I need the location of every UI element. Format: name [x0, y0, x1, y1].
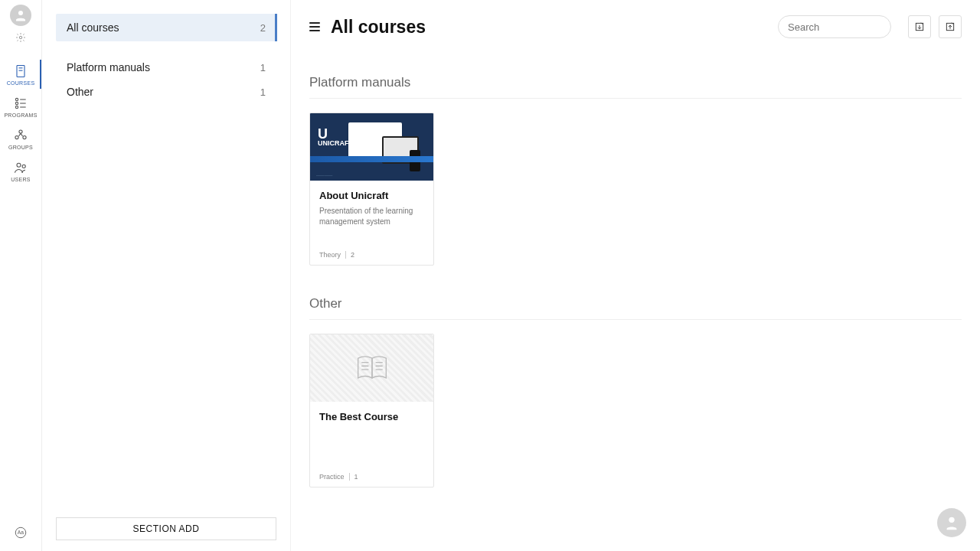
search-input[interactable] [788, 21, 916, 33]
export-icon [944, 21, 956, 33]
nav-programs-label: PROGRAMS [4, 112, 37, 118]
nav-groups[interactable]: GROUPS [0, 122, 41, 155]
nav-courses-label: COURSES [7, 80, 35, 86]
category-platform-manuals[interactable]: Platform manuals 1 [56, 55, 276, 80]
export-button[interactable] [939, 15, 962, 38]
category-label: All courses [67, 21, 119, 34]
category-count: 1 [260, 62, 266, 73]
nav-courses[interactable]: COURSES [0, 58, 41, 90]
course-title: The Best Course [319, 411, 424, 422]
svg-text:Aa: Aa [18, 530, 24, 535]
nav-users-label: USERS [11, 177, 31, 182]
book-icon [13, 64, 28, 79]
svg-point-12 [15, 135, 18, 139]
course-meta-count: 2 [345, 251, 354, 259]
svg-point-14 [17, 163, 21, 167]
section-title-platform-manuals: Platform manuals [309, 75, 962, 99]
category-count: 1 [260, 86, 266, 98]
list-icon [13, 96, 28, 111]
course-thumbnail [310, 334, 433, 402]
avatar[interactable] [10, 5, 31, 26]
category-sidebar: All courses 2 Platform manuals 1 Other 1… [42, 0, 291, 551]
page-title: All courses [331, 17, 426, 37]
nav-users[interactable]: USERS [0, 155, 41, 187]
course-card-the-best-course[interactable]: The Best Course Practice 1 [309, 334, 434, 487]
svg-rect-2 [17, 65, 24, 77]
nav-groups-label: GROUPS [8, 145, 33, 150]
import-icon [913, 21, 926, 33]
import-button[interactable] [908, 15, 931, 38]
course-meta-label: Theory [319, 251, 341, 259]
svg-point-13 [23, 135, 26, 139]
category-label: Other [67, 86, 93, 98]
help-bubble[interactable] [937, 508, 966, 537]
course-card-about-unicraft[interactable]: UUNICRAFT ────── About Unicraft Presenta… [309, 112, 434, 266]
svg-point-0 [18, 11, 23, 15]
open-book-icon [355, 354, 389, 383]
course-meta-label: Practice [319, 473, 345, 481]
category-other[interactable]: Other 1 [56, 80, 276, 104]
course-description: Presentation of the learning management … [319, 206, 424, 227]
language-icon[interactable]: Aa [13, 525, 28, 540]
category-count: 2 [260, 22, 266, 34]
section-add-button[interactable]: SECTION ADD [56, 517, 276, 540]
course-title: About Unicraft [319, 190, 424, 201]
course-meta-count: 1 [349, 473, 358, 481]
svg-point-11 [19, 129, 22, 132]
svg-point-1 [19, 36, 22, 39]
svg-point-6 [15, 102, 18, 104]
category-label: Platform manuals [67, 61, 150, 73]
category-all-courses[interactable]: All courses 2 [56, 14, 276, 41]
course-thumbnail: UUNICRAFT ────── [310, 113, 433, 181]
main-content: All courses Platform manuals [291, 0, 980, 551]
topbar: All courses [309, 15, 962, 38]
svg-point-7 [15, 106, 18, 108]
svg-point-15 [22, 165, 25, 168]
users-icon [13, 160, 28, 175]
nav-programs[interactable]: PROGRAMS [0, 90, 41, 122]
hamburger-icon[interactable] [309, 22, 320, 31]
section-title-other: Other [309, 296, 962, 320]
search-box[interactable] [778, 15, 891, 38]
svg-point-28 [949, 517, 954, 523]
svg-point-5 [15, 98, 18, 100]
groups-icon [13, 128, 28, 143]
nav-rail: COURSES PROGRAMS GROUPS USERS Aa [0, 0, 42, 551]
gear-icon[interactable] [14, 31, 28, 44]
